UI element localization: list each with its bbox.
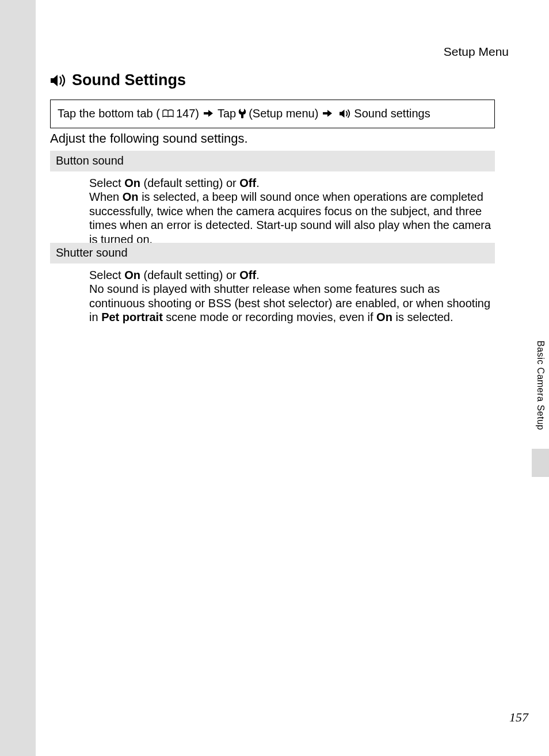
wrench-icon — [238, 108, 246, 119]
option-header: Button sound — [50, 151, 495, 171]
body-bold: Off — [239, 269, 256, 281]
intro-text: Adjust the following sound settings. — [50, 131, 248, 146]
body-bold: On — [124, 269, 140, 281]
body-bold: On — [376, 311, 392, 323]
option-header: Shutter sound — [50, 243, 495, 264]
book-icon — [162, 109, 174, 118]
body-bold: Off — [239, 177, 256, 189]
breadcrumb-text: Tap the bottom tab ( — [58, 106, 160, 121]
body-text: When — [89, 190, 123, 203]
body-text: (default setting) or — [140, 177, 239, 189]
breadcrumb-text: Sound settings — [354, 106, 430, 121]
body-bold: On — [123, 190, 139, 203]
body-bold: Pet portrait — [101, 311, 163, 323]
body-text: is selected, a beep will sound once when… — [89, 190, 491, 245]
arrow-right-icon — [323, 109, 332, 117]
manual-page: Setup Menu Sound Settings Tap the bottom… — [36, 0, 549, 756]
side-tab-label: Basic Camera Setup — [535, 341, 546, 430]
breadcrumb-text: Tap — [218, 106, 236, 121]
speaker-icon — [50, 74, 67, 87]
body-text: is selected. — [392, 311, 453, 323]
section-title: Sound Settings — [50, 71, 186, 89]
body-text: scene mode or recording movies, even if — [163, 311, 376, 323]
option-button-sound: Button sound Select On (default setting)… — [50, 151, 495, 246]
body-text: (default setting) or — [140, 269, 239, 281]
body-text: . — [256, 177, 260, 189]
arrow-right-icon — [204, 109, 213, 117]
page-header: Setup Menu — [444, 45, 509, 59]
section-title-text: Sound Settings — [72, 71, 186, 89]
body-text: Select — [89, 269, 124, 281]
option-body: Select On (default setting) or Off. No s… — [50, 264, 495, 324]
option-shutter-sound: Shutter sound Select On (default setting… — [50, 243, 495, 324]
side-tab-indicator — [532, 449, 549, 477]
body-text: . — [256, 269, 260, 281]
option-body: Select On (default setting) or Off. When… — [50, 171, 495, 246]
navigation-path: Tap the bottom tab ( 147) Tap (Setup men… — [50, 100, 495, 128]
speaker-icon — [339, 109, 352, 119]
page-number: 157 — [509, 710, 528, 725]
breadcrumb-text: (Setup menu) — [249, 106, 318, 121]
body-bold: On — [124, 177, 140, 189]
breadcrumb-pageref: 147) — [176, 106, 199, 121]
body-text: Select — [89, 177, 124, 189]
